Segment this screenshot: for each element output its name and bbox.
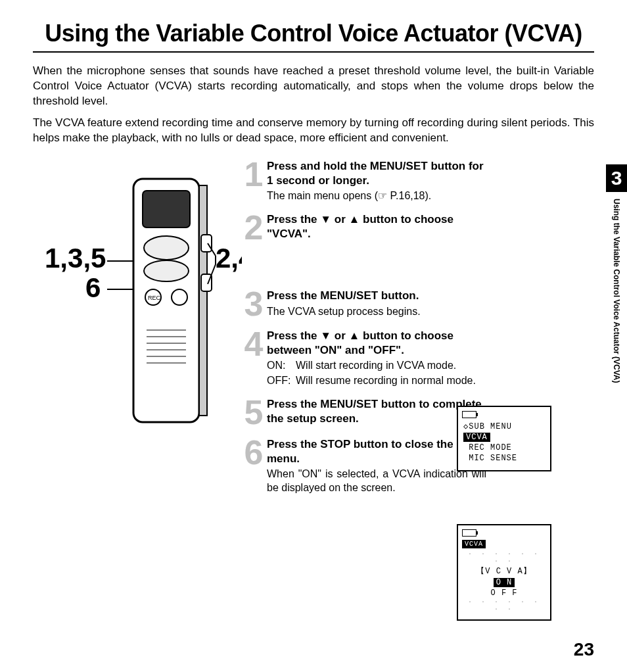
step-number: 4 [243,329,264,360]
lcd-screen-sub-menu: ◇SUB MENU VCVA REC MODE MIC SENSE [457,406,551,471]
svg-point-8 [144,260,189,281]
chapter-tab: 3 Using the Variable Control Voice Actua… [606,164,627,383]
steps-list: 1 Press and hold the MENU/SET button for… [243,159,486,495]
svg-rect-12 [201,235,212,252]
lcd-screen-vcva-select: VCVA · · · · · · · · 【V C V A】 O N O F F… [457,524,551,621]
step-6: 6 Press the STOP button to close the mai… [243,437,486,495]
battery-icon [462,529,476,537]
callout-right: 2,4 [216,243,242,274]
divider [33,51,594,53]
vcva-badge: VCVA [462,540,486,548]
step-1: 1 Press and hold the MENU/SET button for… [243,159,486,203]
svg-text:REC: REC [148,295,161,301]
chapter-number: 3 [606,164,627,192]
step-number: 3 [243,289,264,320]
callout-left-2: 6 [85,272,101,303]
step-5: 5 Press the MENU/SET button to complete … [243,397,486,428]
intro-paragraph-1: When the microphone senses that sounds h… [33,64,594,109]
step-number: 1 [243,159,264,190]
step-number: 6 [243,437,264,468]
step-4: 4 Press the ▼ or ▲ button to choose betw… [243,329,486,388]
callout-left-1: 1,3,5 [45,243,106,274]
svg-rect-5 [199,185,207,416]
svg-point-7 [144,236,189,260]
intro-paragraph-2: The VCVA feature extend recording time a… [33,116,594,146]
page-title: Using the Variable Control Voice Actuato… [33,20,594,47]
svg-point-10 [172,289,187,305]
page-number: 23 [574,639,594,660]
device-illustration: 1,3,5 6 REC [45,172,242,438]
step-number: 2 [243,212,264,243]
step-3: 3 Press the MENU/SET button. The VCVA se… [243,289,486,320]
step-number: 5 [243,397,264,428]
step-2: 2 Press the ▼ or ▲ button to choose "VCV… [243,212,486,243]
chapter-title-vertical: Using the Variable Control Voice Actuato… [612,199,621,383]
svg-rect-6 [143,191,190,228]
battery-icon [462,411,476,418]
